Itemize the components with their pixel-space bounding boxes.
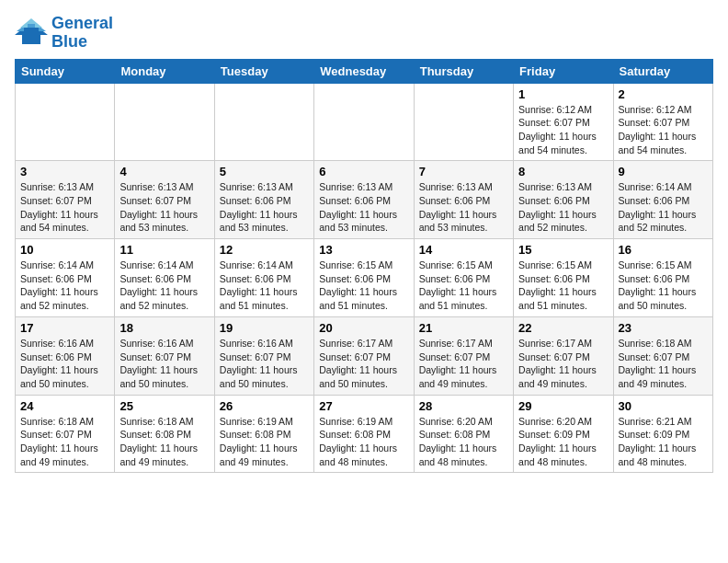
day-number: 11 xyxy=(119,243,209,257)
calendar-cell: 8Sunrise: 6:13 AM Sunset: 6:06 PM Daylig… xyxy=(514,161,613,239)
calendar-cell: 9Sunrise: 6:14 AM Sunset: 6:06 PM Daylig… xyxy=(613,161,712,239)
day-info: Sunrise: 6:13 AM Sunset: 6:07 PM Dayligh… xyxy=(119,180,209,235)
day-number: 9 xyxy=(619,165,708,178)
calendar-cell: 4Sunrise: 6:13 AM Sunset: 6:07 PM Daylig… xyxy=(115,161,214,239)
calendar-cell: 22Sunrise: 6:17 AM Sunset: 6:07 PM Dayli… xyxy=(514,316,613,395)
calendar-week-row: 24Sunrise: 6:18 AM Sunset: 6:07 PM Dayli… xyxy=(16,395,713,473)
day-number: 6 xyxy=(319,165,408,178)
day-number: 3 xyxy=(20,165,109,178)
calendar-cell: 10Sunrise: 6:14 AM Sunset: 6:06 PM Dayli… xyxy=(16,239,115,317)
weekday-header-friday: Friday xyxy=(514,59,613,83)
calendar-cell: 18Sunrise: 6:16 AM Sunset: 6:07 PM Dayli… xyxy=(115,316,214,395)
day-number: 17 xyxy=(20,321,109,335)
day-number: 30 xyxy=(619,399,708,413)
day-info: Sunrise: 6:17 AM Sunset: 6:07 PM Dayligh… xyxy=(419,337,508,391)
logo: General Blue xyxy=(15,15,113,52)
calendar-header-row: SundayMondayTuesdayWednesdayThursdayFrid… xyxy=(16,59,713,83)
weekday-header-tuesday: Tuesday xyxy=(214,59,313,83)
day-info: Sunrise: 6:14 AM Sunset: 6:06 PM Dayligh… xyxy=(20,259,109,313)
calendar-cell: 6Sunrise: 6:13 AM Sunset: 6:06 PM Daylig… xyxy=(314,161,414,239)
day-info: Sunrise: 6:15 AM Sunset: 6:06 PM Dayligh… xyxy=(319,259,408,313)
logo-blue: Blue xyxy=(51,32,87,51)
day-number: 23 xyxy=(619,321,708,335)
calendar-cell: 27Sunrise: 6:19 AM Sunset: 6:08 PM Dayli… xyxy=(314,395,414,473)
calendar-cell xyxy=(214,83,313,161)
calendar-cell: 20Sunrise: 6:17 AM Sunset: 6:07 PM Dayli… xyxy=(314,316,414,395)
calendar-week-row: 3Sunrise: 6:13 AM Sunset: 6:07 PM Daylig… xyxy=(16,161,713,239)
day-info: Sunrise: 6:21 AM Sunset: 6:09 PM Dayligh… xyxy=(619,415,708,469)
day-number: 20 xyxy=(319,321,408,335)
day-number: 19 xyxy=(220,321,309,335)
calendar-cell: 11Sunrise: 6:14 AM Sunset: 6:06 PM Dayli… xyxy=(115,239,214,317)
day-info: Sunrise: 6:12 AM Sunset: 6:07 PM Dayligh… xyxy=(619,103,708,157)
calendar-cell: 15Sunrise: 6:15 AM Sunset: 6:06 PM Dayli… xyxy=(514,239,613,317)
day-info: Sunrise: 6:15 AM Sunset: 6:06 PM Dayligh… xyxy=(419,259,508,313)
calendar-cell xyxy=(16,83,115,161)
calendar-cell: 5Sunrise: 6:13 AM Sunset: 6:06 PM Daylig… xyxy=(214,161,313,239)
day-info: Sunrise: 6:14 AM Sunset: 6:06 PM Dayligh… xyxy=(619,180,708,235)
weekday-header-sunday: Sunday xyxy=(16,59,115,83)
calendar-cell: 14Sunrise: 6:15 AM Sunset: 6:06 PM Dayli… xyxy=(414,239,513,317)
page: General Blue SundayMondayTuesdayWednesda… xyxy=(0,0,728,480)
day-info: Sunrise: 6:13 AM Sunset: 6:06 PM Dayligh… xyxy=(518,180,608,235)
calendar-cell xyxy=(314,83,414,161)
calendar-cell: 25Sunrise: 6:18 AM Sunset: 6:08 PM Dayli… xyxy=(115,395,214,473)
calendar-cell: 29Sunrise: 6:20 AM Sunset: 6:09 PM Dayli… xyxy=(514,395,613,473)
calendar-cell: 16Sunrise: 6:15 AM Sunset: 6:06 PM Dayli… xyxy=(613,239,712,317)
day-number: 24 xyxy=(20,399,109,413)
calendar-cell: 19Sunrise: 6:16 AM Sunset: 6:07 PM Dayli… xyxy=(214,316,313,395)
weekday-header-monday: Monday xyxy=(115,59,214,83)
logo-general: General xyxy=(51,14,113,32)
weekday-header-saturday: Saturday xyxy=(613,59,712,83)
day-number: 8 xyxy=(518,165,608,178)
calendar-week-row: 1Sunrise: 6:12 AM Sunset: 6:07 PM Daylig… xyxy=(16,83,713,161)
calendar-cell: 13Sunrise: 6:15 AM Sunset: 6:06 PM Dayli… xyxy=(314,239,414,317)
day-number: 5 xyxy=(220,165,309,178)
day-info: Sunrise: 6:18 AM Sunset: 6:08 PM Dayligh… xyxy=(119,415,209,469)
calendar-cell: 23Sunrise: 6:18 AM Sunset: 6:07 PM Dayli… xyxy=(613,316,712,395)
calendar-cell: 24Sunrise: 6:18 AM Sunset: 6:07 PM Dayli… xyxy=(16,395,115,473)
day-number: 15 xyxy=(518,243,608,257)
day-info: Sunrise: 6:13 AM Sunset: 6:06 PM Dayligh… xyxy=(319,180,408,235)
calendar-table: SundayMondayTuesdayWednesdayThursdayFrid… xyxy=(15,59,713,474)
day-number: 25 xyxy=(119,399,209,413)
day-info: Sunrise: 6:12 AM Sunset: 6:07 PM Dayligh… xyxy=(518,103,608,157)
day-info: Sunrise: 6:17 AM Sunset: 6:07 PM Dayligh… xyxy=(518,337,608,391)
day-number: 18 xyxy=(119,321,209,335)
day-info: Sunrise: 6:16 AM Sunset: 6:06 PM Dayligh… xyxy=(20,337,109,391)
day-info: Sunrise: 6:14 AM Sunset: 6:06 PM Dayligh… xyxy=(220,259,309,313)
day-number: 29 xyxy=(518,399,608,413)
day-number: 2 xyxy=(619,87,708,101)
day-number: 10 xyxy=(20,243,109,257)
calendar-cell: 1Sunrise: 6:12 AM Sunset: 6:07 PM Daylig… xyxy=(514,83,613,161)
day-info: Sunrise: 6:13 AM Sunset: 6:07 PM Dayligh… xyxy=(20,180,109,235)
day-info: Sunrise: 6:18 AM Sunset: 6:07 PM Dayligh… xyxy=(20,415,109,469)
day-number: 1 xyxy=(518,87,608,101)
calendar-cell: 12Sunrise: 6:14 AM Sunset: 6:06 PM Dayli… xyxy=(214,239,313,317)
weekday-header-wednesday: Wednesday xyxy=(314,59,414,83)
calendar-cell: 17Sunrise: 6:16 AM Sunset: 6:06 PM Dayli… xyxy=(16,316,115,395)
calendar-week-row: 17Sunrise: 6:16 AM Sunset: 6:06 PM Dayli… xyxy=(16,316,713,395)
day-number: 4 xyxy=(119,165,209,178)
day-info: Sunrise: 6:20 AM Sunset: 6:08 PM Dayligh… xyxy=(419,415,508,469)
calendar-cell xyxy=(115,83,214,161)
day-info: Sunrise: 6:16 AM Sunset: 6:07 PM Dayligh… xyxy=(220,337,309,391)
day-info: Sunrise: 6:17 AM Sunset: 6:07 PM Dayligh… xyxy=(319,337,408,391)
weekday-header-thursday: Thursday xyxy=(414,59,513,83)
day-info: Sunrise: 6:16 AM Sunset: 6:07 PM Dayligh… xyxy=(119,337,209,391)
calendar-cell: 30Sunrise: 6:21 AM Sunset: 6:09 PM Dayli… xyxy=(613,395,712,473)
calendar-cell: 2Sunrise: 6:12 AM Sunset: 6:07 PM Daylig… xyxy=(613,83,712,161)
day-info: Sunrise: 6:15 AM Sunset: 6:06 PM Dayligh… xyxy=(619,259,708,313)
day-number: 22 xyxy=(518,321,608,335)
day-info: Sunrise: 6:13 AM Sunset: 6:06 PM Dayligh… xyxy=(220,180,309,235)
logo-bird-icon xyxy=(15,18,48,48)
day-number: 16 xyxy=(619,243,708,257)
day-info: Sunrise: 6:19 AM Sunset: 6:08 PM Dayligh… xyxy=(220,415,309,469)
day-info: Sunrise: 6:13 AM Sunset: 6:06 PM Dayligh… xyxy=(419,180,508,235)
day-info: Sunrise: 6:18 AM Sunset: 6:07 PM Dayligh… xyxy=(619,337,708,391)
day-info: Sunrise: 6:20 AM Sunset: 6:09 PM Dayligh… xyxy=(518,415,608,469)
day-info: Sunrise: 6:15 AM Sunset: 6:06 PM Dayligh… xyxy=(518,259,608,313)
calendar-week-row: 10Sunrise: 6:14 AM Sunset: 6:06 PM Dayli… xyxy=(16,239,713,317)
calendar-cell: 26Sunrise: 6:19 AM Sunset: 6:08 PM Dayli… xyxy=(214,395,313,473)
day-info: Sunrise: 6:14 AM Sunset: 6:06 PM Dayligh… xyxy=(119,259,209,313)
